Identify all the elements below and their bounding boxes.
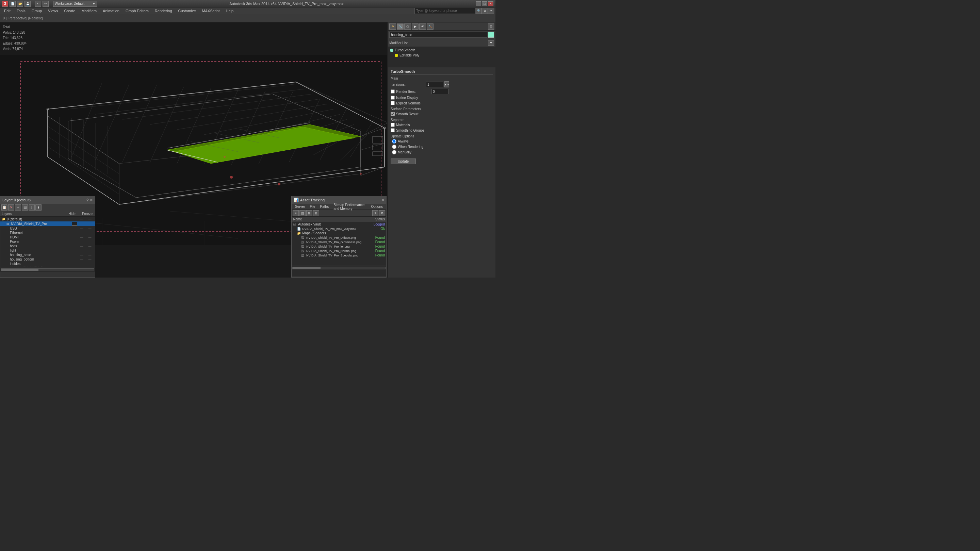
asset-specular[interactable]: 🖼 NVIDIA_Shield_TV_Pro_Specular.png Foun… [292, 253, 386, 257]
menu-customize[interactable]: Customize [176, 8, 199, 14]
asset-normal[interactable]: 🖼 NVIDIA_Shield_TV_Pro_Normal.png Found [292, 249, 386, 253]
asset-menu-file[interactable]: File [308, 205, 317, 208]
utilities-tab[interactable]: 🔨 [427, 24, 434, 30]
asset-diffuse[interactable]: 🖼 NVIDIA_Shield_TV_Pro_Diffuse.png Found [292, 235, 386, 240]
menu-group[interactable]: Group [29, 8, 45, 14]
object-name-input[interactable] [389, 32, 487, 38]
layers-scrollbar[interactable] [1, 268, 94, 271]
asset-menu-paths[interactable]: Paths [318, 205, 331, 208]
layers-help-btn[interactable]: ? [86, 198, 89, 202]
layers-col-hide[interactable]: Hide [64, 211, 80, 216]
menu-tools[interactable]: Tools [14, 8, 28, 14]
modifier-editable-poly[interactable]: Editable Poly [388, 53, 495, 58]
layers-add-btn[interactable]: 📋 [2, 205, 8, 211]
object-color[interactable] [488, 32, 494, 38]
asset-list-btn[interactable]: ≡ [293, 210, 299, 216]
asset-close-btn[interactable]: ✕ [381, 198, 384, 202]
motion-tab[interactable]: ▶ [412, 24, 418, 30]
asset-max-file[interactable]: 📄 NVIDIA_Shield_TV_Pro_max_vray.max Ok [292, 227, 386, 231]
layers-new-btn[interactable]: + [15, 205, 21, 211]
asset-vault[interactable]: 🏛 Autodesk Vault Logged [292, 222, 386, 227]
workspace-dropdown[interactable]: Workspace: Default ▼ [53, 1, 97, 7]
layer-item-nvidia-pro[interactable]: ▤ NVIDIA_Shield_TV_Pro — — [0, 221, 95, 226]
menu-help[interactable]: Help [223, 8, 237, 14]
asset-list[interactable]: 🏛 Autodesk Vault Logged 📄 NVIDIA_Shield_… [292, 222, 386, 266]
isoline-checkbox[interactable] [391, 95, 395, 100]
asset-help-btn[interactable]: ? [372, 210, 379, 216]
render-iters-checkbox[interactable] [391, 89, 395, 94]
create-tab[interactable]: ⊕ [389, 24, 396, 30]
undo-btn[interactable]: ↶ [35, 1, 41, 7]
close-btn[interactable]: ✕ [488, 2, 493, 6]
update-button[interactable]: Update [391, 159, 416, 164]
asset-menu-bitmap[interactable]: Bitmap Performance and Memory [331, 203, 368, 211]
iterations-input[interactable] [426, 82, 443, 87]
menu-maxscript[interactable]: MAXScript [199, 8, 223, 14]
render-iters-input[interactable] [431, 89, 449, 94]
menu-modifiers[interactable]: Modifiers [79, 8, 99, 14]
layers-col-freeze[interactable]: Freeze [80, 211, 95, 216]
search-btn[interactable]: 🔍 [476, 8, 482, 14]
layer-item-default[interactable]: 📁 0 (default) — — [0, 217, 95, 221]
asset-scrollbar[interactable] [292, 266, 386, 270]
asset-min-btn[interactable]: ─ [377, 198, 380, 202]
when-rendering-radio-item[interactable]: When Rendering [392, 144, 493, 149]
asset-menu-server[interactable]: Server [293, 205, 307, 208]
search-input[interactable] [414, 8, 476, 14]
modify-tab[interactable]: 🔧 [397, 24, 404, 30]
layer-item-nvidia-tv-pro[interactable]: NVIDIA_Shield_TV_Pro — — [0, 266, 95, 267]
layer-item-light[interactable]: light — — [0, 248, 95, 253]
asset-lor[interactable]: 🖼 NVIDIA_Shield_TV_Pro_lor.png Found [292, 244, 386, 249]
layer-item-housing-bottom[interactable]: housing_bottom — — [0, 257, 95, 262]
asset-thumb-btn[interactable]: ⊞ [306, 210, 312, 216]
asset-maps-folder[interactable]: 📁 Maps / Shaders [292, 231, 386, 235]
asset-glossiness[interactable]: 🖼 NVIDIA_Shield_TV_Pro_Glossiness.png Fo… [292, 240, 386, 244]
asset-col-status-header[interactable]: Status [366, 217, 386, 222]
layer-item-hdmi[interactable]: HDMI — — [0, 235, 95, 240]
asset-col-name-header[interactable]: Name [292, 217, 366, 222]
smoothing-groups-checkbox[interactable] [391, 128, 395, 132]
search-option-btn[interactable]: ⚙ [482, 8, 488, 14]
menu-graph-editors[interactable]: Graph Editors [123, 8, 151, 14]
search-box[interactable]: 🔍 ⚙ ? [414, 8, 494, 14]
asset-settings-btn[interactable]: ⚙ [379, 210, 385, 216]
layer-item-ethernet[interactable]: Ethernet — — [0, 230, 95, 235]
menu-views[interactable]: Views [45, 8, 60, 14]
maximize-btn[interactable]: □ [482, 2, 487, 6]
layer-item-bolts[interactable]: bolts — — [0, 244, 95, 248]
layers-info-btn[interactable]: ℹ [35, 205, 41, 211]
modifier-list-dropdown[interactable]: ▼ [488, 40, 494, 46]
display-tab[interactable]: 👁 [419, 24, 426, 30]
minimize-btn[interactable]: ─ [476, 2, 481, 6]
redo-btn[interactable]: ↷ [43, 1, 49, 7]
layer-item-power[interactable]: Power — — [0, 240, 95, 244]
menu-edit[interactable]: Edit [2, 8, 13, 14]
layers-delete-btn[interactable]: ✕ [8, 205, 14, 211]
materials-checkbox[interactable] [391, 123, 395, 127]
asset-menu-options[interactable]: Options [369, 205, 385, 208]
layers-close-btn[interactable]: ✕ [90, 198, 93, 202]
save-btn[interactable]: 💾 [24, 1, 30, 7]
layer-item-insides[interactable]: insides — — [0, 262, 95, 266]
iterations-spinner[interactable]: ▲▼ [444, 81, 449, 87]
layers-select-btn[interactable]: ▤ [22, 205, 28, 211]
right-panel-settings[interactable]: ⚙ [488, 24, 494, 30]
asset-large-btn[interactable]: ⊟ [313, 210, 319, 216]
new-btn[interactable]: 📄 [10, 1, 16, 7]
open-btn[interactable]: 📂 [17, 1, 23, 7]
layer-item-housing-base[interactable]: housing_base — — [0, 253, 95, 257]
hierarchy-tab[interactable]: ⬡ [404, 24, 411, 30]
menu-rendering[interactable]: Rendering [152, 8, 175, 14]
layer-item-usb[interactable]: USB — — [0, 226, 95, 230]
help-btn[interactable]: ? [488, 8, 494, 14]
menu-create[interactable]: Create [61, 8, 78, 14]
always-radio-item[interactable]: Always [392, 139, 493, 143]
menu-animation[interactable]: Animation [100, 8, 122, 14]
always-radio[interactable] [392, 139, 396, 143]
when-rendering-radio[interactable] [392, 144, 396, 149]
modifier-turbosmooth[interactable]: TurboSmooth [388, 48, 495, 53]
smooth-result-checkbox[interactable] [391, 112, 395, 116]
explicit-normals-checkbox[interactable] [391, 101, 395, 105]
manually-radio[interactable] [392, 150, 396, 154]
layers-move-btn[interactable]: ↕ [29, 205, 35, 211]
